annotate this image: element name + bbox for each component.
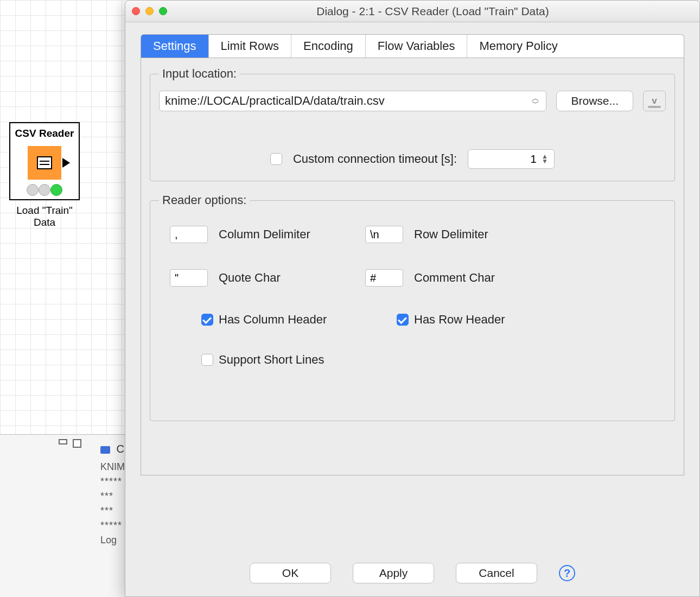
- console-tab[interactable]: C: [117, 443, 124, 455]
- settings-panel: Input location: knime://LOCAL/practicalD…: [141, 58, 684, 475]
- support-short-lines-checkbox[interactable]: [201, 354, 213, 366]
- comment-char-label: Comment Char: [414, 271, 555, 285]
- apply-label: Apply: [379, 567, 408, 580]
- minimize-panel-icon[interactable]: [59, 439, 67, 444]
- reader-options-legend: Reader options:: [159, 193, 250, 207]
- maximize-icon[interactable]: [159, 7, 167, 15]
- tab-encoding[interactable]: Encoding: [291, 35, 366, 58]
- quote-char-label: Quote Char: [219, 271, 360, 285]
- console-line: KNIM: [100, 460, 125, 474]
- node-label: Load "Train" Data: [9, 205, 80, 228]
- tab-limit-rows[interactable]: Limit Rows: [209, 35, 292, 58]
- minimize-icon[interactable]: [145, 7, 154, 15]
- apply-button[interactable]: Apply: [353, 563, 434, 583]
- reader-options-group: Reader options: Column Delimiter Row Del…: [150, 193, 675, 421]
- console-icon: [100, 446, 110, 454]
- console-output: KNIM ***** *** *** ***** Log: [100, 460, 125, 548]
- row-delimiter-input[interactable]: [365, 226, 403, 243]
- ok-label: OK: [282, 567, 298, 580]
- console-line: *****: [100, 474, 125, 489]
- browse-button[interactable]: Browse...: [556, 91, 633, 111]
- output-port-icon[interactable]: [62, 158, 70, 168]
- dialog-title: Dialog - 2:1 - CSV Reader (Load "Train" …: [173, 5, 693, 18]
- support-short-lines-label: Support Short Lines: [219, 353, 360, 367]
- console-line: ***: [100, 504, 125, 518]
- ok-button[interactable]: OK: [250, 563, 331, 583]
- close-icon[interactable]: [132, 7, 140, 15]
- console-line: ***: [100, 489, 125, 504]
- tab-settings[interactable]: Settings: [141, 35, 209, 58]
- node-title: CSV Reader: [11, 125, 78, 143]
- csv-reader-node[interactable]: CSV Reader Load "Train" Data: [9, 122, 80, 228]
- dialog-footer: OK Apply Cancel ?: [125, 563, 699, 583]
- file-path-combo[interactable]: knime://LOCAL/practicalDA/data/train.csv…: [159, 91, 546, 111]
- status-dot: [27, 184, 39, 196]
- maximize-panel-icon[interactable]: [73, 439, 81, 448]
- comment-char-input[interactable]: [365, 269, 403, 287]
- has-column-header-label: Has Column Header: [219, 313, 360, 327]
- quote-char-input[interactable]: [170, 269, 208, 287]
- timeout-input[interactable]: 1 ▲▼: [468, 149, 555, 169]
- csv-reader-dialog: Dialog - 2:1 - CSV Reader (Load "Train" …: [125, 0, 700, 597]
- flow-variable-button[interactable]: v: [643, 91, 666, 111]
- row-delimiter-label: Row Delimiter: [414, 227, 555, 242]
- input-location-legend: Input location:: [159, 67, 240, 81]
- timeout-value: 1: [530, 153, 537, 166]
- column-delimiter-label: Column Delimiter: [219, 227, 360, 242]
- timeout-checkbox[interactable]: [270, 153, 282, 165]
- node-icon: [28, 146, 61, 180]
- console-line: Log: [100, 533, 125, 548]
- tab-memory-policy[interactable]: Memory Policy: [467, 35, 569, 58]
- status-dot-ready: [50, 184, 62, 196]
- input-location-group: Input location: knime://LOCAL/practicalD…: [150, 67, 675, 181]
- has-row-header-label: Has Row Header: [414, 313, 555, 327]
- has-row-header-checkbox[interactable]: [397, 314, 409, 326]
- file-path-value: knime://LOCAL/practicalDA/data/train.csv: [165, 94, 385, 108]
- tab-flow-variables[interactable]: Flow Variables: [366, 35, 468, 58]
- tab-bar: Settings Limit Rows Encoding Flow Variab…: [141, 34, 684, 58]
- column-delimiter-input[interactable]: [170, 226, 208, 243]
- cancel-button[interactable]: Cancel: [456, 563, 537, 583]
- titlebar[interactable]: Dialog - 2:1 - CSV Reader (Load "Train" …: [125, 1, 699, 22]
- table-icon: [37, 156, 52, 169]
- node-status: [11, 184, 78, 196]
- status-dot: [39, 184, 50, 196]
- stepper-arrows-icon[interactable]: ▲▼: [540, 154, 550, 164]
- browse-label: Browse...: [571, 94, 619, 107]
- dropdown-arrows-icon[interactable]: ︿﹀: [531, 96, 540, 106]
- has-column-header-checkbox[interactable]: [201, 314, 213, 326]
- node-box: CSV Reader: [9, 122, 80, 200]
- help-icon[interactable]: ?: [559, 565, 575, 581]
- cancel-label: Cancel: [479, 567, 514, 580]
- console-line: *****: [100, 518, 125, 533]
- timeout-label: Custom connection timeout [s]:: [293, 152, 457, 166]
